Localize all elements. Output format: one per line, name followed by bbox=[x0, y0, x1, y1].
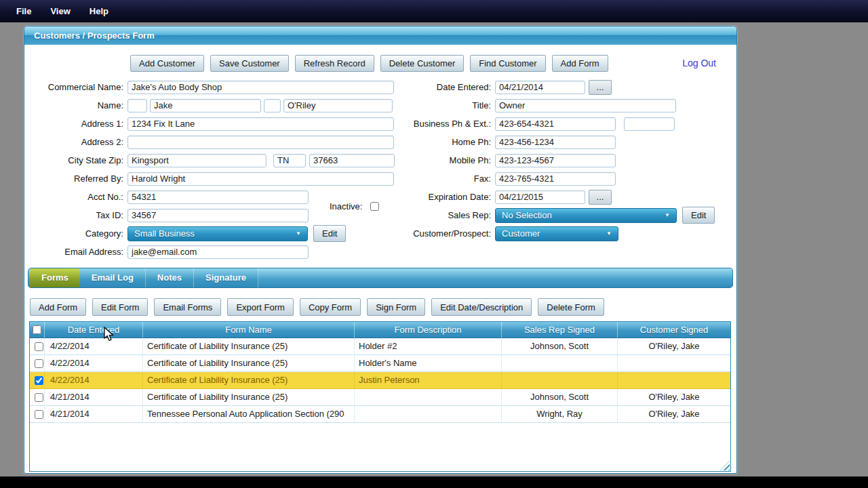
business-phone-input[interactable] bbox=[495, 117, 616, 131]
home-phone-input[interactable] bbox=[495, 136, 616, 149]
first-name-input[interactable] bbox=[150, 99, 261, 113]
inactive-checkbox[interactable] bbox=[370, 202, 379, 211]
commercial-name-input[interactable] bbox=[127, 81, 394, 94]
expiration-date-picker-button[interactable]: ... bbox=[589, 190, 612, 205]
form-right-column: Date Entered: ... Title: Business Ph & E… bbox=[399, 78, 736, 261]
forms-table-header: Date Entered Form Name Form Description … bbox=[30, 322, 730, 338]
category-dropdown[interactable]: Small Business ▼ bbox=[127, 226, 308, 241]
menu-help[interactable]: Help bbox=[80, 0, 118, 22]
inactive-label: Inactive: bbox=[330, 201, 366, 211]
row-customer-signed: O'Riley, Jake bbox=[618, 389, 730, 406]
customer-prospect-dropdown[interactable]: Customer ▼ bbox=[495, 226, 618, 241]
fax-label: Fax: bbox=[399, 174, 495, 184]
select-all-checkbox[interactable] bbox=[33, 325, 41, 334]
row-checkbox[interactable] bbox=[35, 342, 43, 351]
tab-signature[interactable]: Signature bbox=[194, 268, 258, 287]
date-entered-label: Date Entered: bbox=[399, 82, 495, 92]
fax-input[interactable] bbox=[495, 172, 616, 186]
row-customer-signed bbox=[618, 372, 730, 389]
row-checkbox[interactable] bbox=[35, 410, 43, 419]
menubar: File View Help bbox=[0, 0, 868, 22]
edit-sales-rep-button[interactable]: Edit bbox=[682, 207, 715, 224]
log-out-link[interactable]: Log Out bbox=[682, 58, 716, 68]
add-customer-button[interactable]: Add Customer bbox=[130, 55, 204, 72]
table-row[interactable]: 4/21/2014 Certificate of Liability Insur… bbox=[30, 389, 730, 406]
customer-prospect-value: Customer bbox=[502, 228, 540, 239]
add-form-button-top[interactable]: Add Form bbox=[552, 55, 608, 72]
tab-strip: Forms Email Log Notes Signature bbox=[28, 268, 733, 288]
table-row-selected[interactable]: 4/22/2014 Certificate of Liability Insur… bbox=[30, 372, 730, 389]
table-row[interactable]: 4/22/2014 Certificate of Liability Insur… bbox=[30, 355, 730, 372]
row-date: 4/21/2014 bbox=[45, 406, 143, 423]
zip-input[interactable] bbox=[309, 154, 395, 167]
state-input[interactable] bbox=[273, 154, 306, 167]
business-phone-ext-input[interactable] bbox=[624, 117, 675, 131]
row-form-description: Justin Peterson bbox=[355, 372, 502, 389]
row-sales-rep-signed: Johnson, Scott bbox=[502, 389, 618, 406]
address2-input[interactable] bbox=[127, 136, 394, 149]
referred-by-input[interactable] bbox=[127, 172, 394, 186]
date-entered-picker-button[interactable]: ... bbox=[589, 80, 612, 95]
header-form-name[interactable]: Form Name bbox=[143, 322, 355, 338]
sales-rep-label: Sales Rep: bbox=[399, 210, 495, 220]
menu-file[interactable]: File bbox=[7, 0, 41, 22]
delete-form-button[interactable]: Delete Form bbox=[538, 298, 604, 316]
row-date: 4/22/2014 bbox=[45, 338, 143, 355]
forms-table: Date Entered Form Name Form Description … bbox=[29, 321, 731, 472]
copy-form-button[interactable]: Copy Form bbox=[300, 298, 361, 316]
row-checkbox[interactable] bbox=[35, 393, 43, 402]
tax-id-input[interactable] bbox=[127, 209, 309, 222]
row-sales-rep-signed: Johnson, Scott bbox=[502, 338, 618, 355]
row-checkbox[interactable] bbox=[35, 376, 43, 385]
customers-prospects-window: Customers / Prospects Form Add Customer … bbox=[24, 26, 737, 474]
tab-email-log[interactable]: Email Log bbox=[80, 268, 146, 287]
acct-no-input[interactable] bbox=[127, 190, 309, 204]
title-input[interactable] bbox=[495, 99, 676, 113]
address1-input[interactable] bbox=[127, 117, 394, 131]
header-sales-rep-signed[interactable]: Sales Rep Signed bbox=[502, 322, 618, 338]
tab-forms[interactable]: Forms bbox=[30, 268, 80, 287]
edit-category-button[interactable]: Edit bbox=[313, 225, 346, 242]
referred-by-label: Referred By: bbox=[24, 174, 127, 184]
email-forms-button[interactable]: Email Forms bbox=[154, 298, 221, 316]
save-customer-button[interactable]: Save Customer bbox=[210, 55, 289, 72]
delete-customer-button[interactable]: Delete Customer bbox=[380, 55, 465, 72]
record-toolbar: Add Customer Save Customer Refresh Recor… bbox=[130, 54, 716, 72]
row-customer-signed bbox=[618, 355, 730, 372]
date-entered-input[interactable] bbox=[495, 81, 585, 94]
row-sales-rep-signed bbox=[502, 372, 618, 389]
refresh-record-button[interactable]: Refresh Record bbox=[295, 55, 374, 72]
mobile-phone-input[interactable] bbox=[495, 154, 616, 167]
sign-form-button[interactable]: Sign Form bbox=[367, 298, 425, 316]
sales-rep-dropdown[interactable]: No Selection ▼ bbox=[495, 208, 677, 223]
add-form-button[interactable]: Add Form bbox=[30, 298, 86, 316]
header-customer-signed[interactable]: Customer Signed bbox=[618, 322, 730, 338]
city-input[interactable] bbox=[127, 154, 267, 167]
row-form-name: Certificate of Liability Insurance (25) bbox=[143, 389, 355, 406]
customer-prospect-label: Customer/Prospect: bbox=[399, 228, 495, 239]
name-prefix-input[interactable] bbox=[127, 99, 147, 113]
table-row[interactable]: 4/22/2014 Certificate of Liability Insur… bbox=[30, 338, 730, 355]
last-name-input[interactable] bbox=[283, 99, 393, 113]
row-date: 4/21/2014 bbox=[45, 389, 143, 406]
menu-view[interactable]: View bbox=[41, 0, 79, 22]
find-customer-button[interactable]: Find Customer bbox=[470, 55, 545, 72]
row-checkbox[interactable] bbox=[35, 359, 43, 368]
letterbox-bar bbox=[0, 476, 868, 488]
expiration-date-input[interactable] bbox=[495, 190, 585, 204]
address1-label: Address 1: bbox=[24, 119, 127, 129]
category-label: Category: bbox=[24, 228, 127, 239]
customer-form: Commercial Name: Name: Address 1: Addres… bbox=[24, 78, 736, 261]
edit-date-description-button[interactable]: Edit Date/Description bbox=[431, 298, 532, 316]
tab-notes[interactable]: Notes bbox=[146, 268, 194, 287]
table-row[interactable]: 4/21/2014 Tennessee Personal Auto Applic… bbox=[30, 406, 730, 423]
header-date-entered[interactable]: Date Entered bbox=[45, 322, 143, 338]
email-address-input[interactable] bbox=[127, 245, 309, 259]
middle-name-input[interactable] bbox=[264, 99, 281, 113]
header-form-description[interactable]: Form Description bbox=[355, 322, 502, 338]
row-sales-rep-signed: Wright, Ray bbox=[502, 406, 618, 423]
forms-toolbar: Add Form Edit Form Email Forms Export Fo… bbox=[30, 298, 736, 316]
export-form-button[interactable]: Export Form bbox=[227, 298, 294, 316]
edit-form-button[interactable]: Edit Form bbox=[92, 298, 148, 316]
resize-grip[interactable] bbox=[720, 461, 730, 470]
